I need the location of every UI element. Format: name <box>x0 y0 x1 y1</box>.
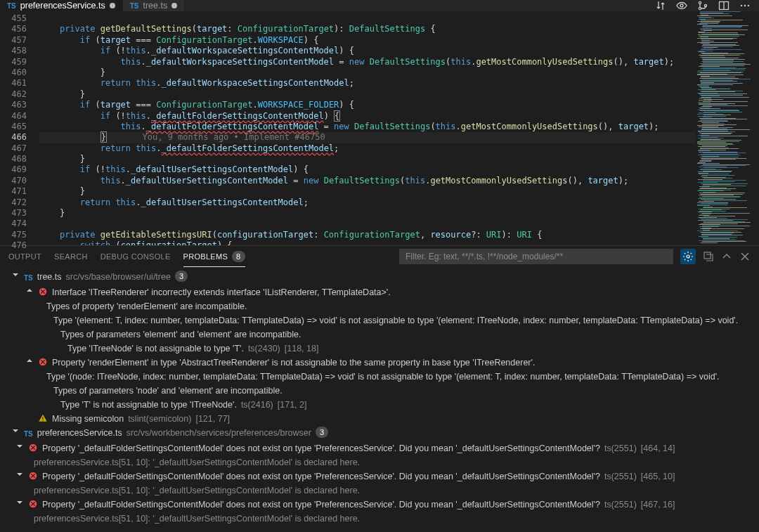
file-name: preferencesService.ts <box>37 427 122 439</box>
code-line[interactable]: return this._defaultUserSettingsContentM… <box>39 197 696 208</box>
tabs-container: TS preferencesService.ts TS tree.ts <box>0 0 647 11</box>
editor[interactable]: 4554564574584594604614624634644654664674… <box>0 11 759 245</box>
code-line[interactable] <box>39 13 696 24</box>
panel-tab-debug[interactable]: DEBUG CONSOLE <box>100 246 171 267</box>
problems-tree[interactable]: TS tree.ts src/vs/base/browser/ui/tree 3… <box>0 267 759 532</box>
panel-tab-problems[interactable]: PROBLEMS 8 <box>183 246 245 267</box>
problems-row[interactable]: Type 'ITreeNode' is not assignable to ty… <box>0 342 759 356</box>
problem-message: Missing semicolon <box>52 413 124 425</box>
chevron-down-icon[interactable] <box>15 470 24 479</box>
problems-row[interactable]: TS tree.ts src/vs/base/browser/ui/tree 3 <box>0 270 759 285</box>
line-number: 459 <box>0 57 27 67</box>
problem-detail: Type 'ITreeNode' is not assignable to ty… <box>67 342 244 355</box>
compare-changes-icon[interactable] <box>655 0 666 11</box>
svg-point-1 <box>699 1 701 4</box>
problems-row[interactable]: Type '(element: T, index: number, templa… <box>0 313 759 327</box>
typescript-file-icon: TS <box>24 272 33 285</box>
code-line[interactable]: } <box>39 154 696 164</box>
line-number: 455 <box>0 13 27 24</box>
editor-tab[interactable]: TS tree.ts <box>123 0 186 11</box>
panel-close-icon[interactable] <box>739 251 751 262</box>
source-control-icon[interactable] <box>697 0 708 11</box>
problems-row[interactable]: TS preferencesService.ts src/vs/workbenc… <box>0 426 759 441</box>
split-editor-icon[interactable] <box>718 0 729 11</box>
code-line[interactable]: this._defaultWorkspaceSettingsContentMod… <box>39 57 696 67</box>
collapse-all-icon[interactable] <box>703 251 714 262</box>
line-number-gutter: 4554564574584594604614624634644654664674… <box>0 11 39 245</box>
file-name: tree.ts <box>37 271 62 283</box>
problem-detail: Types of parameters 'node' and 'element'… <box>53 384 283 397</box>
code-line[interactable]: private getDefaultSettings(target: Confi… <box>39 24 696 34</box>
svg-point-5 <box>741 5 742 6</box>
filter-settings-icon[interactable] <box>680 249 696 264</box>
problem-detail: Type 'T' is not assignable to type 'ITre… <box>60 398 237 411</box>
problem-message: Property '_defaultFolderSettingsContentM… <box>42 442 600 455</box>
file-problem-count: 3 <box>316 427 328 438</box>
line-number: 456 <box>0 24 27 34</box>
code-line[interactable]: if (target === ConfigurationTarget.WORKS… <box>39 100 696 110</box>
problems-filter-input[interactable] <box>399 249 673 264</box>
code-line[interactable]: } <box>39 67 696 78</box>
editor-tab[interactable]: TS preferencesService.ts <box>0 0 123 11</box>
problems-row[interactable]: Type '(node: ITreeNode, index: number, t… <box>0 370 759 384</box>
line-number: 473 <box>0 208 27 219</box>
code-line[interactable]: } <box>39 89 696 100</box>
problem-location: [467, 16] <box>641 498 675 511</box>
chevron-down-icon[interactable] <box>11 427 20 435</box>
panel-maximize-icon[interactable] <box>721 251 732 262</box>
problem-detail: Types of property 'renderElement' are in… <box>46 300 247 313</box>
code-line[interactable] <box>39 219 696 229</box>
chevron-down-icon[interactable] <box>11 271 20 279</box>
file-path: src/vs/base/browser/ui/tree <box>66 271 171 283</box>
code-line[interactable]: return this._defaultWorkspaceSettingsCon… <box>39 78 696 89</box>
more-icon[interactable] <box>739 0 751 11</box>
problem-detail: Type '(element: T, index: number, templa… <box>53 314 738 327</box>
problems-row[interactable]: Types of parameters 'element' and 'eleme… <box>0 327 759 342</box>
problem-message: Interface 'ITreeRenderer' incorrectly ex… <box>52 286 391 299</box>
problems-row[interactable]: preferencesService.ts[51, 10]: '_default… <box>0 455 759 469</box>
problems-row[interactable]: preferencesService.ts[51, 10]: '_default… <box>0 512 759 526</box>
problems-row[interactable]: Property '_defaultFolderSettingsContentM… <box>0 498 759 512</box>
panel-tab-bar: OUTPUT SEARCH DEBUG CONSOLE PROBLEMS 8 <box>0 246 759 267</box>
line-number: 457 <box>0 35 27 46</box>
svg-point-8 <box>687 255 689 258</box>
chevron-down-icon[interactable] <box>15 442 24 450</box>
problems-row[interactable]: Property '_defaultFolderSettingsContentM… <box>0 469 759 484</box>
panel-tab-label: PROBLEMS <box>183 252 228 261</box>
svg-rect-13 <box>42 420 43 421</box>
code-line[interactable]: return this._defaultFolderSettingsConten… <box>39 143 696 154</box>
problems-row[interactable]: Type 'T' is not assignable to type 'ITre… <box>0 398 759 412</box>
problem-message: Property '_defaultFolderSettingsContentM… <box>42 498 600 511</box>
line-number: 471 <box>0 186 27 197</box>
code-line[interactable]: switch (configurationTarget) { <box>39 240 696 245</box>
code-line[interactable]: private getEditableSettingsURI(configura… <box>39 230 696 240</box>
problems-row[interactable]: Missing semicolon tslint(semicolon) [121… <box>0 412 759 426</box>
chevron-up-icon[interactable] <box>25 286 34 294</box>
line-number: 464 <box>0 111 27 122</box>
preview-icon[interactable] <box>676 0 687 11</box>
problem-message: Property 'renderElement' in type 'Abstra… <box>52 356 535 369</box>
code-content[interactable]: private getDefaultSettings(target: Confi… <box>39 11 696 245</box>
code-line[interactable]: this._defaultFolderSettingsContentModel … <box>39 122 696 132</box>
problem-location: [118, 18] <box>285 342 319 355</box>
code-line[interactable]: } <box>39 208 696 219</box>
problems-row[interactable]: Property 'renderElement' in type 'Abstra… <box>0 356 759 370</box>
editor-title-actions <box>647 0 759 11</box>
problems-row[interactable]: preferencesService.ts[51, 10]: '_default… <box>0 484 759 498</box>
chevron-up-icon[interactable] <box>25 356 34 365</box>
code-line[interactable]: if (!this._defaultFolderSettingsContentM… <box>39 111 696 122</box>
problems-row[interactable]: Types of property 'renderElement' are in… <box>0 299 759 313</box>
code-line[interactable]: if (!this._defaultUserSettingsContentMod… <box>39 164 696 175</box>
problems-row[interactable]: Types of parameters 'node' and 'element'… <box>0 384 759 398</box>
code-line[interactable]: } <box>39 186 696 197</box>
code-line[interactable]: } You, 9 months ago • Implement #46750 <box>39 132 696 143</box>
line-number: 472 <box>0 197 27 208</box>
problems-row[interactable]: Interface 'ITreeRenderer' incorrectly ex… <box>0 285 759 299</box>
chevron-down-icon[interactable] <box>15 498 24 507</box>
code-line[interactable]: if (target === ConfigurationTarget.WORKS… <box>39 35 696 46</box>
problems-row[interactable]: Property '_defaultFolderSettingsContentM… <box>0 441 759 455</box>
minimap[interactable] <box>696 11 759 245</box>
panel-tab-search[interactable]: SEARCH <box>54 246 88 267</box>
code-line[interactable]: if (!this._defaultWorkspaceSettingsConte… <box>39 46 696 56</box>
code-line[interactable]: this._defaultUserSettingsContentModel = … <box>39 176 696 186</box>
